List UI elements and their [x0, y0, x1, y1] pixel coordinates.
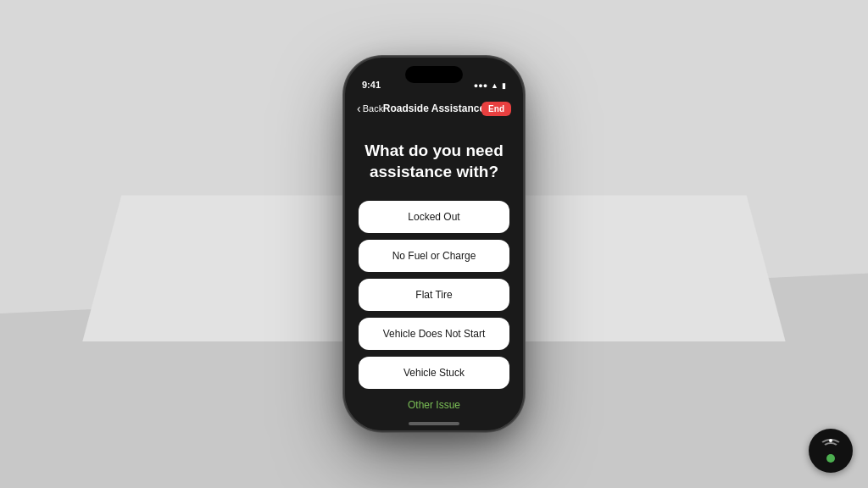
radar-icon [809, 429, 853, 473]
option-button-no-fuel[interactable]: No Fuel or Charge [359, 240, 509, 272]
option-button-stuck[interactable]: Vehicle Stuck [359, 357, 509, 389]
question-title: What do you need assistance with? [359, 141, 509, 182]
radar-arc-inner [822, 442, 839, 454]
back-label: Back [363, 103, 383, 114]
option-button-no-start[interactable]: Vehicle Does Not Start [359, 318, 509, 350]
nav-title: Roadside Assistance [383, 103, 485, 114]
chevron-left-icon: ‹ [357, 102, 361, 115]
wifi-icon: ▲ [491, 81, 498, 90]
dynamic-island [405, 66, 463, 83]
end-button[interactable]: End [481, 102, 511, 116]
status-icons: ●●● ▲ ▮ [474, 81, 506, 90]
battery-icon: ▮ [502, 81, 506, 90]
screen-content: What do you need assistance with? Locked… [345, 124, 523, 430]
nav-bar: ‹ Back Roadside Assistance End [345, 93, 523, 124]
option-button-locked-out[interactable]: Locked Out [359, 201, 509, 233]
signal-icon: ●●● [474, 81, 487, 90]
back-button[interactable]: ‹ Back [357, 102, 383, 115]
option-button-flat-tire[interactable]: Flat Tire [359, 279, 509, 311]
other-issue-button[interactable]: Other Issue [408, 399, 460, 411]
phone-device: 9:41 ●●● ▲ ▮ ‹ Back Roadside Assistance … [345, 58, 523, 430]
radar-graphic [819, 439, 843, 463]
phone-wrapper: 9:41 ●●● ▲ ▮ ‹ Back Roadside Assistance … [345, 58, 523, 430]
home-indicator [409, 422, 459, 425]
options-list: Locked OutNo Fuel or ChargeFlat TireVehi… [359, 201, 509, 389]
radar-center-dot [826, 454, 835, 463]
